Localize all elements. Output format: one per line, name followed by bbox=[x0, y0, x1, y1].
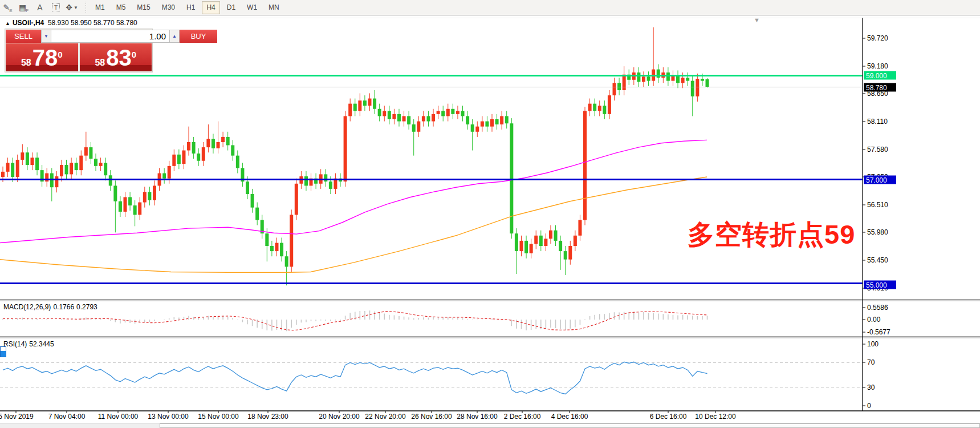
candle-body bbox=[94, 159, 97, 166]
candle-body bbox=[422, 116, 425, 122]
candle-body bbox=[642, 76, 645, 82]
candle-body bbox=[104, 163, 107, 175]
timeframe-m15[interactable]: M15 bbox=[132, 1, 154, 14]
candle-body bbox=[124, 197, 127, 211]
timeframe-h4[interactable]: H4 bbox=[202, 1, 219, 14]
date-axis-label: 20 Nov 20:00 bbox=[319, 413, 359, 421]
candle-body bbox=[177, 155, 181, 164]
candle-body bbox=[212, 139, 215, 148]
candle-body bbox=[217, 142, 220, 148]
candle-body bbox=[554, 231, 558, 241]
candle-body bbox=[426, 116, 430, 122]
candle-body bbox=[515, 233, 518, 251]
sell-price-handle: 58 bbox=[21, 58, 31, 67]
candle-body bbox=[701, 79, 704, 81]
rsi-axis-label: 0 bbox=[867, 402, 871, 410]
date-axis-label: 28 Nov 16:00 bbox=[457, 413, 497, 421]
volume-input[interactable] bbox=[51, 30, 169, 43]
one-click-trading-panel: SELL ▼ ▲ BUY 58780 58830 bbox=[5, 29, 153, 72]
candle-body bbox=[530, 244, 533, 253]
candle-body bbox=[666, 72, 670, 81]
sell-button[interactable]: SELL bbox=[6, 30, 41, 43]
candle-body bbox=[593, 104, 596, 111]
candle-body bbox=[446, 109, 450, 116]
price-axis-label: 55.450 bbox=[867, 256, 888, 264]
ohlc-readout: 58.930 58.950 58.770 58.780 bbox=[48, 19, 137, 27]
candle-body bbox=[471, 124, 474, 132]
candle-body bbox=[1, 172, 5, 177]
candle-body bbox=[397, 114, 401, 122]
candle-body bbox=[481, 122, 484, 127]
candle-body bbox=[133, 205, 137, 215]
grid-icon[interactable]: ▦F bbox=[17, 1, 31, 14]
candle-body bbox=[65, 165, 68, 174]
volume-decrease-button[interactable]: ▼ bbox=[41, 30, 51, 43]
date-axis-label: 13 Nov 00:00 bbox=[148, 413, 188, 421]
candle-body bbox=[275, 243, 278, 252]
horizontal-scrollbar[interactable] bbox=[0, 423, 980, 428]
rsi-axis-label: 30 bbox=[867, 383, 875, 391]
candle-body bbox=[295, 184, 298, 215]
candle-body bbox=[475, 127, 479, 132]
candle-body bbox=[285, 256, 288, 267]
candle-body bbox=[226, 137, 230, 146]
candle-body bbox=[70, 163, 73, 174]
label-icon[interactable]: T bbox=[49, 1, 63, 14]
candle-body bbox=[324, 174, 327, 181]
price-tag: 55.000 bbox=[864, 281, 896, 289]
buy-price-handle: 58 bbox=[95, 58, 105, 67]
candle-body bbox=[280, 243, 283, 257]
timeframe-mn[interactable]: MN bbox=[264, 1, 284, 14]
shapes-icon[interactable]: ✥▼ bbox=[65, 1, 79, 14]
candle-body bbox=[30, 158, 34, 165]
sell-price-display[interactable]: 58780 bbox=[6, 43, 78, 71]
volume-increase-button[interactable]: ▲ bbox=[169, 30, 180, 43]
timeframe-m1[interactable]: M1 bbox=[91, 1, 109, 14]
candle-body bbox=[265, 233, 269, 246]
candle-body bbox=[128, 197, 132, 205]
candle-body bbox=[344, 116, 347, 182]
timeframe-m30[interactable]: M30 bbox=[157, 1, 180, 14]
candle-body bbox=[11, 163, 14, 177]
candle-body bbox=[16, 160, 19, 177]
candle-body bbox=[35, 158, 39, 170]
timeframe-w1[interactable]: W1 bbox=[242, 1, 262, 14]
date-axis-label: 2 Dec 16:00 bbox=[504, 413, 541, 421]
scrollbar-thumb[interactable] bbox=[160, 423, 980, 428]
date-axis-label: 18 Nov 23:00 bbox=[247, 413, 288, 421]
collapse-panel-icon[interactable]: ▲ bbox=[5, 21, 10, 26]
candle-body bbox=[451, 109, 454, 114]
date-axis-label: 26 Nov 16:00 bbox=[411, 413, 452, 421]
price-tag: 59.000 bbox=[864, 71, 896, 80]
candle-body bbox=[251, 194, 254, 208]
macd-label: MACD(12,26,9)0.17660.2793 bbox=[3, 303, 97, 311]
autoscroll-marker-icon[interactable]: ▼ bbox=[754, 17, 760, 23]
timeframe-d1[interactable]: D1 bbox=[222, 1, 240, 14]
candle-body bbox=[197, 154, 200, 161]
toolbar: ✎E▦FAT✥▼ M1M5M15M30H1H4D1W1MN bbox=[0, 0, 980, 15]
candle-body bbox=[60, 165, 63, 176]
timeframe-h1[interactable]: H1 bbox=[182, 1, 200, 14]
draw-tools-icon[interactable]: ✎E bbox=[1, 1, 15, 14]
drawing-tools: ✎E▦FAT✥▼ bbox=[0, 1, 80, 14]
chart-annotation-text: 多空转折点59 bbox=[688, 217, 855, 253]
candle-body bbox=[348, 104, 352, 116]
candle-body bbox=[490, 119, 494, 127]
candle-body bbox=[109, 175, 112, 185]
symbol-name: USOil-,H4 bbox=[13, 19, 44, 27]
text-icon[interactable]: A bbox=[33, 1, 47, 14]
price-axis-label: 58.110 bbox=[867, 118, 888, 126]
indicator-drag-icon[interactable] bbox=[0, 346, 6, 357]
candle-body bbox=[392, 114, 396, 119]
candle-body bbox=[363, 100, 367, 106]
candle-body bbox=[231, 145, 234, 155]
buy-button[interactable]: BUY bbox=[180, 30, 217, 43]
candle-body bbox=[441, 111, 445, 116]
buy-price-display[interactable]: 58830 bbox=[80, 43, 152, 71]
sell-price-pip: 0 bbox=[58, 50, 62, 59]
candle-body bbox=[706, 79, 709, 87]
candle-body bbox=[388, 111, 391, 119]
candle-body bbox=[192, 142, 196, 154]
price-axis-label: 59.180 bbox=[867, 62, 888, 70]
timeframe-m5[interactable]: M5 bbox=[112, 1, 131, 14]
